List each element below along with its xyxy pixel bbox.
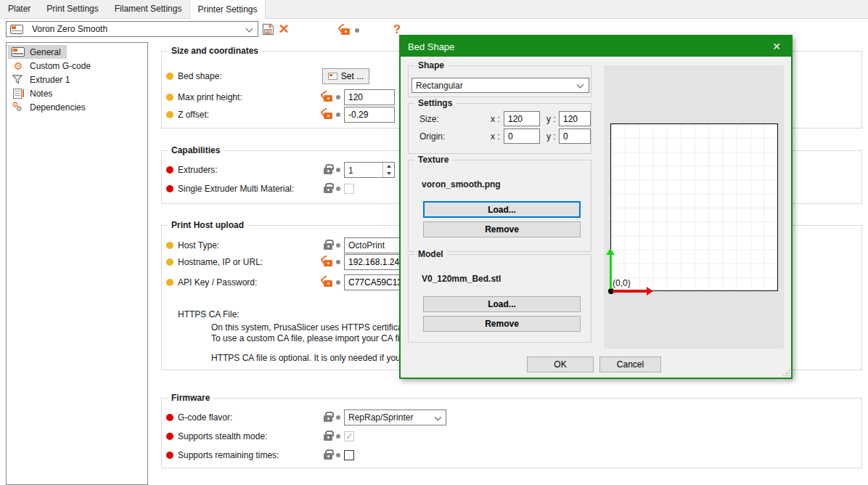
- stealth-mode-checkbox[interactable]: [344, 431, 354, 441]
- sidebar-item-custom-gcode[interactable]: ⚙ Custom G-code: [8, 59, 97, 73]
- delete-preset-button[interactable]: ✕: [276, 20, 292, 38]
- shape-select[interactable]: Rectangular: [412, 78, 589, 93]
- bed-shape-set-button[interactable]: Set ...: [322, 68, 369, 84]
- tab-plater[interactable]: Plater: [0, 0, 38, 18]
- tab-print-settings[interactable]: Print Settings: [38, 0, 106, 18]
- model-remove-button[interactable]: Remove: [423, 316, 581, 332]
- group-title: Shape: [414, 60, 448, 70]
- remaining-times-label: Supports remaining times:: [178, 450, 279, 460]
- tab-printer-settings[interactable]: Printer Settings: [189, 0, 265, 19]
- origin-coordinates-label: (0,0): [613, 278, 631, 288]
- lock-icon[interactable]: [324, 453, 332, 460]
- remaining-times-checkbox[interactable]: [344, 450, 354, 460]
- tab-filament-settings[interactable]: Filament Settings: [107, 0, 190, 18]
- cancel-button[interactable]: Cancel: [599, 356, 661, 372]
- lock-icon[interactable]: [324, 168, 332, 174]
- mode-bullet-expert: [166, 452, 173, 459]
- dialog-titlebar[interactable]: Bed Shape: [401, 36, 791, 57]
- extruders-spinner[interactable]: 1: [344, 162, 395, 178]
- sidebar-item-label: General: [30, 47, 61, 57]
- z-offset-input[interactable]: [344, 107, 395, 123]
- lock-icon[interactable]: [324, 434, 332, 441]
- lock-icon[interactable]: [324, 415, 332, 422]
- gcode-flavor-label: G-code flavor:: [178, 412, 232, 423]
- notes-icon: [12, 89, 25, 99]
- sidebar-item-dependencies[interactable]: ⚙⚙ Dependencies: [8, 100, 91, 114]
- group-title: Size and coordinates: [168, 46, 262, 56]
- spin-up-icon[interactable]: [383, 163, 394, 170]
- dialog-close-button[interactable]: ✕: [762, 36, 791, 57]
- dependencies-icon: ⚙⚙: [12, 102, 25, 113]
- z-offset-label: Z offset:: [178, 110, 209, 120]
- unlock-icon[interactable]: [341, 28, 350, 35]
- origin-x-input[interactable]: [504, 129, 540, 144]
- texture-remove-button[interactable]: Remove: [423, 221, 581, 237]
- extruders-value: 1: [348, 166, 353, 176]
- resize-grip[interactable]: [782, 369, 790, 376]
- semm-checkbox[interactable]: [344, 184, 354, 194]
- semm-label: Single Extruder Multi Material:: [178, 184, 294, 194]
- setting-row-remaining-times: Supports remaining times:: [162, 447, 861, 463]
- ok-button[interactable]: OK: [527, 356, 594, 372]
- mode-bullet-expert: [166, 433, 173, 440]
- mode-bullet-advanced: [166, 279, 173, 286]
- settings-group: Settings Size: x : y : Origin: x : y :: [408, 103, 591, 154]
- mode-bullet-expert: [166, 185, 173, 192]
- gcode-flavor-select[interactable]: RepRap/Sprinter: [344, 409, 446, 425]
- max-print-height-input[interactable]: [344, 89, 395, 105]
- sidebar-item-label: Dependencies: [30, 102, 86, 113]
- x-axis-arrow: [613, 290, 647, 293]
- setting-row-stealth-mode: Supports stealth mode:: [162, 428, 861, 444]
- origin-y-input[interactable]: [559, 129, 591, 144]
- bed-shape-dialog: Bed Shape ✕ Shape Rectangular Settings S…: [399, 35, 793, 379]
- host-type-label: Host Type:: [178, 240, 219, 250]
- size-y-input[interactable]: [559, 111, 591, 126]
- spinner-buttons[interactable]: [382, 163, 394, 177]
- gear-icon: ⚙: [12, 61, 25, 71]
- dot-icon: [336, 434, 340, 439]
- stealth-mode-label: Supports stealth mode:: [178, 431, 267, 441]
- mode-bullet-advanced: [166, 73, 173, 80]
- close-icon: ✕: [772, 41, 781, 52]
- sidebar-item-general[interactable]: General: [8, 45, 67, 59]
- mode-bullet-advanced: [166, 258, 173, 266]
- extruder-icon: [12, 74, 25, 85]
- model-group: Model V0_120mm_Bed.stl Load... Remove: [408, 254, 591, 343]
- question-icon: ?: [393, 23, 401, 36]
- printer-preset-combobox[interactable]: Voron Zero Smooth: [6, 21, 258, 37]
- unlock-icon[interactable]: [324, 260, 332, 266]
- texture-load-button[interactable]: Load...: [423, 201, 581, 218]
- chevron-down-icon: [435, 414, 442, 421]
- unlock-icon[interactable]: [324, 113, 332, 119]
- hostname-label: Hostname, IP or URL:: [178, 257, 263, 267]
- unlock-icon[interactable]: [324, 95, 332, 102]
- dot-icon: [336, 243, 340, 248]
- extruders-label: Extruders:: [178, 165, 218, 175]
- setting-row-gcode-flavor: G-code flavor: RepRap/Sprinter: [162, 409, 861, 425]
- dot-icon: [336, 453, 340, 457]
- unlock-icon[interactable]: [324, 280, 332, 287]
- sidebar-item-extruder-1[interactable]: Extruder 1: [8, 73, 75, 86]
- mode-bullet-advanced: [166, 242, 173, 249]
- mode-bullet-advanced: [166, 111, 173, 118]
- dot-icon: [355, 28, 359, 33]
- lock-icon[interactable]: [324, 187, 332, 193]
- shape-group: Shape Rectangular: [408, 65, 591, 97]
- group-title: Print Host upload: [168, 220, 247, 230]
- y-axis-arrow: [610, 254, 613, 289]
- dot-icon: [336, 95, 340, 99]
- group-title: Settings: [414, 98, 456, 108]
- size-x-input[interactable]: [504, 111, 540, 126]
- max-print-height-label: Max print height:: [178, 92, 242, 102]
- main-tab-bar: Plater Print Settings Filament Settings …: [0, 0, 868, 19]
- lock-icon[interactable]: [324, 243, 332, 250]
- model-filename: V0_120mm_Bed.stl: [422, 274, 501, 284]
- save-preset-button[interactable]: [260, 20, 276, 38]
- host-type-value: OctoPrint: [348, 240, 385, 250]
- model-load-button[interactable]: Load...: [423, 296, 581, 312]
- spin-down-icon[interactable]: [383, 170, 394, 177]
- printer-preset-name: Voron Zero Smooth: [32, 24, 107, 34]
- dot-icon: [336, 415, 340, 420]
- sidebar-item-notes[interactable]: Notes: [8, 86, 58, 100]
- origin-label: Origin:: [419, 131, 445, 142]
